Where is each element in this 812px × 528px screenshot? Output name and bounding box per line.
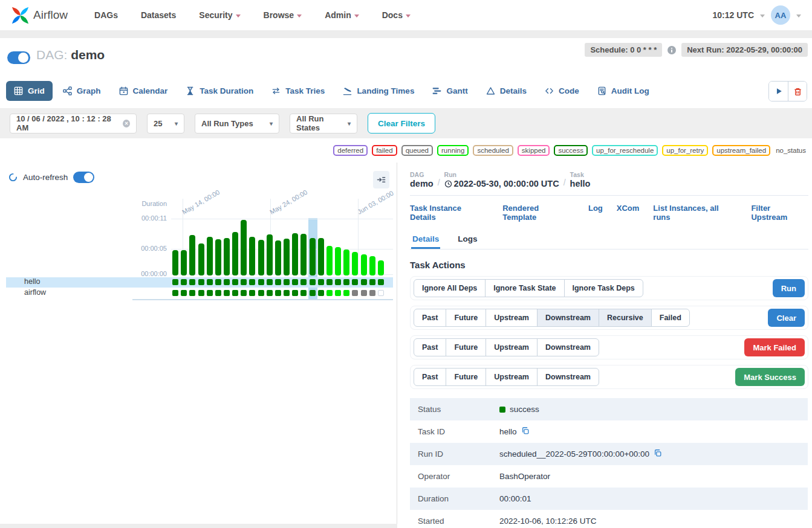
run-duration-bar[interactable] — [292, 233, 298, 275]
panel-tab-details[interactable]: Details — [411, 231, 440, 249]
option-ignore-all-deps[interactable]: Ignore All Deps — [414, 279, 486, 297]
task-row-label-airflow[interactable]: airflow — [24, 288, 46, 297]
task-instance-square[interactable] — [198, 279, 204, 285]
task-instance-square[interactable] — [249, 279, 255, 285]
run-duration-bar[interactable] — [318, 238, 324, 275]
legend-success[interactable]: success — [554, 145, 588, 156]
option-upstream[interactable]: Upstream — [486, 368, 538, 386]
option-ignore-task-deps[interactable]: Ignore Task Deps — [564, 279, 643, 297]
run-duration-bar[interactable] — [249, 237, 255, 275]
task-instance-square[interactable] — [310, 279, 316, 285]
legend-up-for-reschedule[interactable]: up_for_reschedule — [592, 145, 658, 156]
option-recursive[interactable]: Recursive — [599, 309, 652, 327]
nav-item-datasets[interactable]: Datasets — [141, 10, 176, 20]
task-instance-square[interactable] — [284, 290, 290, 296]
clear-date-icon[interactable]: ✕ — [123, 120, 130, 127]
clear-filters-button[interactable]: Clear Filters — [368, 113, 435, 134]
legend-skipped[interactable]: skipped — [518, 145, 550, 156]
task-instance-square[interactable] — [189, 279, 195, 285]
grid-scrollbar[interactable] — [132, 299, 393, 300]
task-instance-square[interactable] — [335, 290, 341, 296]
collapse-panel-button[interactable] — [373, 171, 389, 188]
task-instance-square[interactable] — [224, 290, 230, 296]
avatar[interactable]: AA — [771, 5, 790, 25]
tab-calendar[interactable]: Calendar — [111, 81, 176, 101]
link-task-instance-details[interactable]: Task Instance Details — [410, 204, 489, 222]
link-xcom[interactable]: XCom — [617, 204, 640, 222]
run-duration-bar[interactable] — [352, 252, 358, 275]
delete-dag-button[interactable] — [788, 82, 807, 101]
nav-item-admin[interactable]: Admin — [325, 10, 359, 20]
link-filter-upstream[interactable]: Filter Upstream — [751, 204, 808, 222]
utc-clock[interactable]: 10:12 UTC — [713, 10, 754, 20]
panel-tab-logs[interactable]: Logs — [456, 231, 478, 249]
task-instance-square[interactable] — [232, 279, 238, 285]
run-duration-bar[interactable] — [207, 237, 213, 275]
mark-success-button[interactable]: Mark Success — [735, 368, 805, 386]
option-upstream[interactable]: Upstream — [486, 309, 538, 327]
task-instance-square[interactable] — [207, 290, 213, 296]
breadcrumb-run[interactable]: Run 2022-05-30, 00:00:00 UTC — [444, 171, 559, 188]
nav-item-dags[interactable]: DAGs — [94, 10, 118, 20]
task-instance-square[interactable] — [207, 279, 213, 285]
run-duration-bar[interactable] — [378, 260, 384, 275]
run-duration-bar[interactable] — [326, 246, 333, 275]
run-duration-bar[interactable] — [224, 238, 230, 275]
option-upstream[interactable]: Upstream — [486, 338, 538, 356]
task-instance-square[interactable] — [181, 290, 187, 296]
task-instance-square[interactable] — [258, 279, 264, 285]
tab-gantt[interactable]: Gantt — [424, 81, 475, 101]
task-instance-square[interactable] — [232, 290, 238, 296]
task-instance-square[interactable] — [310, 290, 316, 296]
run-duration-bar[interactable] — [284, 239, 290, 275]
run-duration-bar[interactable] — [300, 234, 307, 275]
legend-upstream-failed[interactable]: upstream_failed — [712, 145, 770, 156]
option-ignore-task-state[interactable]: Ignore Task State — [485, 279, 564, 297]
copy-button[interactable] — [654, 449, 662, 459]
copy-button[interactable] — [521, 427, 530, 437]
legend-up-for-retry[interactable]: up_for_retry — [662, 145, 708, 156]
task-instance-square[interactable] — [172, 290, 178, 296]
tab-grid[interactable]: Grid — [6, 81, 53, 101]
task-instance-square[interactable] — [181, 279, 187, 285]
run-duration-bar[interactable] — [275, 240, 281, 276]
task-instance-square[interactable] — [318, 279, 324, 285]
tab-details[interactable]: Details — [478, 81, 534, 101]
task-instance-square[interactable] — [249, 290, 255, 296]
task-instance-square[interactable] — [172, 279, 178, 285]
task-instance-square[interactable] — [369, 279, 375, 285]
task-instance-square[interactable] — [369, 290, 375, 296]
base-date-input[interactable]: 10 / 06 / 2022 , 10 : 12 : 28 AM ✕ — [10, 114, 137, 134]
legend-running[interactable]: running — [437, 145, 469, 156]
task-instance-square[interactable] — [292, 290, 298, 296]
task-instance-square[interactable] — [361, 290, 367, 296]
mark-failed-button[interactable]: Mark Failed — [744, 338, 805, 356]
avatar-caret-icon[interactable] — [796, 14, 801, 18]
option-downstream[interactable]: Downstream — [537, 309, 599, 327]
nav-item-security[interactable]: Security — [199, 10, 240, 20]
task-instance-square[interactable] — [292, 279, 298, 285]
task-instance-square[interactable] — [300, 290, 307, 296]
link-log[interactable]: Log — [588, 204, 603, 222]
run-duration-bar[interactable] — [198, 243, 204, 276]
run-duration-bar[interactable] — [310, 238, 316, 275]
task-instance-square[interactable] — [189, 290, 195, 296]
option-downstream[interactable]: Downstream — [537, 368, 599, 386]
tab-graph[interactable]: Graph — [55, 81, 109, 101]
option-past[interactable]: Past — [414, 309, 446, 327]
task-instance-square[interactable] — [343, 279, 349, 285]
run-button[interactable]: Run — [773, 279, 805, 297]
link-list-instances-all-runs[interactable]: List Instances, all runs — [653, 204, 737, 222]
run-duration-bar[interactable] — [232, 232, 238, 275]
task-instance-square[interactable] — [335, 279, 341, 285]
option-future[interactable]: Future — [446, 338, 486, 356]
nav-item-docs[interactable]: Docs — [382, 10, 411, 20]
auto-refresh-toggle[interactable] — [73, 172, 94, 183]
legend-queued[interactable]: queued — [401, 145, 433, 156]
clear-button[interactable]: Clear — [768, 309, 805, 327]
legend-no-status[interactable]: no_status — [775, 146, 807, 155]
info-icon[interactable] — [667, 45, 677, 55]
task-instance-square[interactable] — [275, 279, 281, 285]
trigger-dag-button[interactable] — [769, 82, 788, 101]
run-duration-bar[interactable] — [215, 239, 221, 275]
